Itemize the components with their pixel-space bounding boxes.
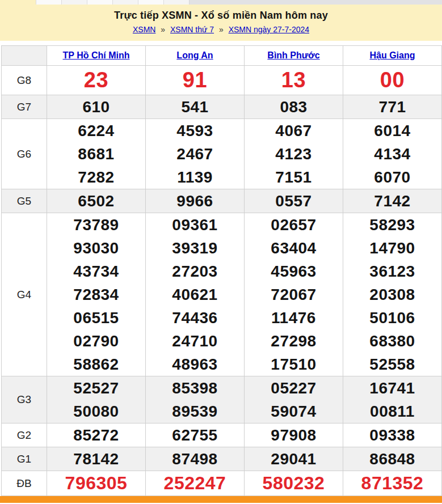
result-cell: 62755	[146, 423, 245, 447]
result-number: 85272	[47, 423, 145, 447]
result-number: 93030	[47, 236, 145, 260]
result-cell: 58293147903612320308501066838052558	[343, 213, 442, 376]
page-title: Trực tiếp XSMN - Xổ số miền Nam hôm nay	[0, 10, 442, 22]
top-tab[interactable]	[163, 0, 189, 5]
top-tab[interactable]	[138, 0, 163, 5]
result-number: 09338	[343, 423, 441, 447]
province-header-cell: TP Hồ Chí Minh	[47, 46, 146, 66]
result-number: 45963	[245, 260, 343, 283]
prize-row-G7: G7610541083771	[2, 95, 442, 119]
result-number: 7151	[245, 166, 343, 189]
result-cell: 02657634044596372067114762729817510	[245, 213, 343, 376]
prize-row-G6: G662248681728245932467113940674123715160…	[2, 119, 442, 189]
top-tab[interactable]	[61, 0, 87, 5]
result-number: 02790	[47, 329, 145, 353]
result-number: 09361	[146, 213, 244, 236]
result-cell: 09361393192720340621744362471048963	[146, 213, 245, 376]
result-number: 29041	[245, 447, 343, 471]
result-cell: 796305	[47, 471, 146, 496]
top-tab[interactable]	[36, 0, 61, 5]
top-tab-active[interactable]	[0, 0, 36, 5]
result-cell: 601441346070	[343, 119, 442, 189]
result-number: 871352	[343, 471, 441, 495]
province-link-haugiang[interactable]: Hậu Giang	[369, 50, 415, 60]
top-tab[interactable]	[87, 0, 112, 5]
result-number: 17510	[245, 353, 343, 376]
result-number: 27203	[146, 260, 244, 283]
result-number: 4067	[245, 119, 343, 142]
result-number: 72067	[245, 283, 343, 306]
result-number: 6502	[47, 189, 145, 213]
breadcrumb-link-xsmn-thu7[interactable]: XSMN thứ 7	[170, 25, 214, 34]
prize-label: G2	[2, 423, 47, 447]
result-cell: 5252750080	[47, 376, 146, 423]
result-cell: 87498	[146, 447, 245, 471]
prize-label: G7	[2, 95, 47, 119]
result-number: 0557	[245, 189, 343, 213]
result-number: 50080	[47, 400, 145, 423]
province-link-binhphuoc[interactable]: Bình Phước	[267, 50, 319, 60]
result-number: 20308	[343, 283, 441, 306]
prize-row-G1: G178142874982904186848	[2, 447, 442, 471]
result-number: 91	[146, 66, 244, 95]
result-number: 02657	[245, 213, 343, 236]
result-number: 11476	[245, 306, 343, 329]
result-number: 97908	[245, 423, 343, 447]
result-number: 63404	[245, 236, 343, 260]
result-cell: 0522759074	[245, 376, 343, 423]
breadcrumb-link-xsmn-date[interactable]: XSMN ngày 27-7-2024	[229, 25, 309, 34]
top-tab-strip	[0, 0, 442, 5]
prize-row-DB: ĐB796305252247580232871352	[2, 471, 442, 496]
result-number: 89539	[146, 400, 244, 423]
prize-label: G4	[2, 213, 47, 376]
top-tab[interactable]	[112, 0, 138, 5]
result-number: 4123	[245, 142, 343, 166]
result-number: 00	[343, 66, 441, 95]
result-number: 06515	[47, 306, 145, 329]
result-number: 6070	[343, 166, 441, 189]
bottom-orange-bar	[0, 496, 442, 503]
result-number: 6014	[343, 119, 441, 142]
result-cell: 97908	[245, 423, 343, 447]
result-cell: 85272	[47, 423, 146, 447]
result-number: 59074	[245, 400, 343, 423]
result-cell: 6502	[47, 189, 146, 213]
result-number: 36123	[343, 260, 441, 283]
result-cell: 29041	[245, 447, 343, 471]
result-number: 4593	[146, 119, 244, 142]
result-number: 6224	[47, 119, 145, 142]
province-header-cell: Long An	[146, 46, 245, 66]
result-number: 43734	[47, 260, 145, 283]
result-number: 24710	[146, 329, 244, 353]
breadcrumb-separator: »	[219, 25, 224, 34]
corner-cell	[2, 46, 47, 66]
result-number: 610	[47, 95, 145, 118]
result-number: 58293	[343, 213, 441, 236]
prize-label: G5	[2, 189, 47, 213]
result-cell: 871352	[343, 471, 442, 496]
breadcrumb-link-xsmn[interactable]: XSMN	[133, 25, 155, 34]
result-cell: 13	[245, 66, 343, 95]
result-number: 52527	[47, 376, 145, 400]
province-link-tphcm[interactable]: TP Hồ Chí Minh	[63, 50, 130, 60]
page-header: Trực tiếp XSMN - Xổ số miền Nam hôm nay …	[0, 5, 442, 41]
result-number: 87498	[146, 447, 244, 471]
result-number: 62755	[146, 423, 244, 447]
result-cell: 7142	[343, 189, 442, 213]
result-number: 40621	[146, 283, 244, 306]
result-number: 541	[146, 95, 244, 118]
result-number: 72834	[47, 283, 145, 306]
result-cell: 78142	[47, 447, 146, 471]
result-number: 85398	[146, 376, 244, 400]
result-cell: 771	[343, 95, 442, 119]
result-number: 14790	[343, 236, 441, 260]
result-cell: 00	[343, 66, 442, 95]
result-cell: 9966	[146, 189, 245, 213]
result-number: 23	[47, 66, 145, 95]
result-cell: 252247	[146, 471, 245, 496]
result-cell: 73789930304373472834065150279058862	[47, 213, 146, 376]
province-link-longan[interactable]: Long An	[176, 50, 213, 60]
prize-row-G8: G823911300	[2, 66, 442, 95]
prize-label: G8	[2, 66, 47, 95]
prize-label: G6	[2, 119, 47, 189]
